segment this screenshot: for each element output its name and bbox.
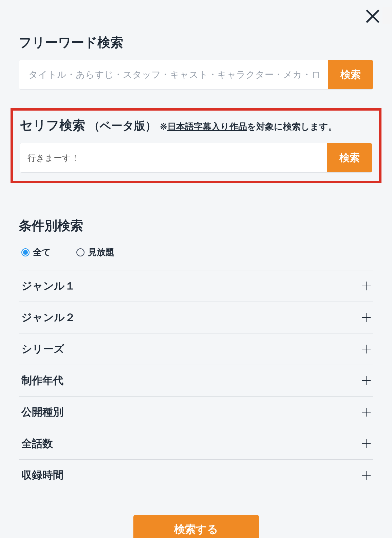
- radio-all-label: 全て: [33, 246, 51, 258]
- accordion-genre1[interactable]: ジャンル１: [19, 270, 373, 302]
- plus-icon: [362, 376, 371, 385]
- plus-icon: [362, 282, 371, 290]
- freeword-input[interactable]: [19, 60, 328, 89]
- plus-icon: [362, 408, 371, 417]
- close-button[interactable]: [363, 7, 382, 25]
- serif-beta-label: （ベータ版）: [89, 118, 156, 134]
- plus-icon: [362, 345, 371, 353]
- conditions-section-title: 条件別検索: [19, 217, 373, 234]
- accordion-episode-count[interactable]: 全話数: [19, 428, 373, 460]
- search-modal-overlay: フリーワード検索 検索 セリフ検索 （ベータ版） ※日本語字幕入り作品を対象に検…: [0, 0, 392, 538]
- accordion-era[interactable]: 制作年代: [19, 365, 373, 397]
- freeword-search-row: 検索: [19, 60, 373, 90]
- serif-note-link[interactable]: 日本語字幕入り作品: [167, 121, 247, 132]
- accordion-runtime[interactable]: 収録時間: [19, 460, 373, 491]
- close-icon: [365, 8, 381, 24]
- radio-unlimited[interactable]: 見放題: [76, 246, 114, 258]
- radio-icon-unchecked: [76, 248, 85, 256]
- serif-input[interactable]: [20, 143, 327, 172]
- freeword-search-button[interactable]: 検索: [328, 60, 373, 89]
- serif-note: ※日本語字幕入り作品を対象に検索します。: [160, 121, 337, 133]
- accordion-release-type[interactable]: 公開種別: [19, 397, 373, 428]
- plus-icon: [362, 439, 371, 448]
- freeword-section-title: フリーワード検索: [19, 34, 373, 51]
- radio-all[interactable]: 全て: [21, 246, 51, 258]
- submit-search-button[interactable]: 検索する: [133, 515, 259, 538]
- serif-search-row: 検索: [20, 143, 372, 173]
- radio-group: 全て 見放題: [19, 246, 373, 258]
- radio-unlimited-label: 見放題: [88, 246, 114, 258]
- serif-title-row: セリフ検索 （ベータ版） ※日本語字幕入り作品を対象に検索します。: [20, 117, 372, 134]
- serif-search-button[interactable]: 検索: [327, 143, 372, 172]
- radio-icon-checked: [21, 248, 30, 256]
- plus-icon: [362, 313, 371, 322]
- serif-section-title: セリフ検索: [20, 117, 85, 134]
- accordion: ジャンル１ ジャンル２ シリーズ 制作年代 公開種別: [19, 270, 373, 491]
- serif-highlight-box: セリフ検索 （ベータ版） ※日本語字幕入り作品を対象に検索します。 検索: [11, 108, 381, 183]
- accordion-series[interactable]: シリーズ: [19, 333, 373, 365]
- accordion-genre2[interactable]: ジャンル２: [19, 302, 373, 333]
- plus-icon: [362, 471, 371, 480]
